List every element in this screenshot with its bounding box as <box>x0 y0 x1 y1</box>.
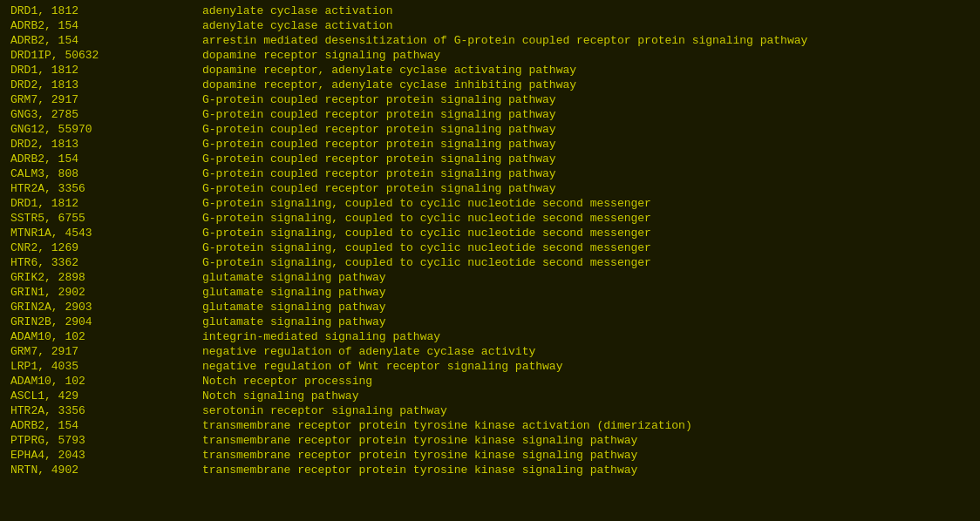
pathway-cell: G-protein signaling, coupled to cyclic n… <box>199 240 973 255</box>
gene-cell: CNR2, 1269 <box>7 240 199 255</box>
gene-cell: PTPRG, 5793 <box>7 433 199 448</box>
pathway-cell: negative regulation of Wnt receptor sign… <box>199 359 973 374</box>
pathway-cell: G-protein signaling, coupled to cyclic n… <box>199 226 973 240</box>
table-row: GRIN2A, 2903glutamate signaling pathway <box>7 300 973 315</box>
pathway-cell: G-protein coupled receptor protein signa… <box>199 107 973 122</box>
gene-cell: GRIN1, 2902 <box>7 285 199 300</box>
table-row: LRP1, 4035negative regulation of Wnt rec… <box>7 359 973 374</box>
table-row: CNR2, 1269G-protein signaling, coupled t… <box>7 240 973 255</box>
pathway-cell: glutamate signaling pathway <box>199 270 973 285</box>
table-row: ADAM10, 102Notch receptor processing <box>7 374 973 389</box>
pathway-cell: G-protein coupled receptor protein signa… <box>199 181 973 196</box>
gene-cell: DRD2, 1813 <box>7 137 199 152</box>
gene-cell: GRIK2, 2898 <box>7 270 199 285</box>
table-row: DRD1, 1812dopamine receptor, adenylate c… <box>7 63 973 78</box>
pathway-cell: G-protein coupled receptor protein signa… <box>199 137 973 152</box>
gene-cell: HTR6, 3362 <box>7 255 199 270</box>
pathway-cell: negative regulation of adenylate cyclase… <box>199 344 973 359</box>
table-row: HTR2A, 3356G-protein coupled receptor pr… <box>7 181 973 196</box>
gene-cell: GNG12, 55970 <box>7 122 199 137</box>
pathway-cell: transmembrane receptor protein tyrosine … <box>199 448 973 463</box>
pathway-cell: G-protein coupled receptor protein signa… <box>199 166 973 181</box>
pathway-cell: dopamine receptor, adenylate cyclase act… <box>199 63 973 78</box>
gene-cell: HTR2A, 3356 <box>7 181 199 196</box>
pathway-cell: integrin-mediated signaling pathway <box>199 329 973 344</box>
table-row: ADRB2, 154transmembrane receptor protein… <box>7 418 973 433</box>
gene-cell: DRD1, 1812 <box>7 3 199 18</box>
pathway-cell: adenylate cyclase activation <box>199 3 973 18</box>
table-row: ADRB2, 154G-protein coupled receptor pro… <box>7 152 973 166</box>
table-row: CALM3, 808G-protein coupled receptor pro… <box>7 166 973 181</box>
table-row: DRD1, 1812G-protein signaling, coupled t… <box>7 196 973 211</box>
gene-cell: MTNR1A, 4543 <box>7 226 199 240</box>
data-table: DRD1, 1812adenylate cyclase activationAD… <box>7 3 973 477</box>
gene-cell: GRIN2A, 2903 <box>7 300 199 315</box>
table-row: GRIN2B, 2904glutamate signaling pathway <box>7 315 973 329</box>
pathway-cell: dopamine receptor signaling pathway <box>199 48 973 63</box>
gene-cell: DRD1, 1812 <box>7 63 199 78</box>
pathway-cell: G-protein coupled receptor protein signa… <box>199 152 973 166</box>
pathway-cell: arrestin mediated desensitization of G-p… <box>199 33 973 48</box>
pathway-cell: G-protein coupled receptor protein signa… <box>199 122 973 137</box>
main-content: DRD1, 1812adenylate cyclase activationAD… <box>0 0 980 481</box>
pathway-cell: glutamate signaling pathway <box>199 300 973 315</box>
table-row: GRM7, 2917negative regulation of adenyla… <box>7 344 973 359</box>
table-row: GNG3, 2785G-protein coupled receptor pro… <box>7 107 973 122</box>
pathway-cell: Notch signaling pathway <box>199 389 973 403</box>
gene-cell: ADRB2, 154 <box>7 418 199 433</box>
table-row: GRM7, 2917G-protein coupled receptor pro… <box>7 92 973 107</box>
table-row: ADRB2, 154arrestin mediated desensitizat… <box>7 33 973 48</box>
table-row: GRIK2, 2898glutamate signaling pathway <box>7 270 973 285</box>
gene-cell: ADRB2, 154 <box>7 33 199 48</box>
gene-cell: GRIN2B, 2904 <box>7 315 199 329</box>
gene-cell: ADAM10, 102 <box>7 374 199 389</box>
pathway-cell: glutamate signaling pathway <box>199 315 973 329</box>
table-row: DRD1IP, 50632dopamine receptor signaling… <box>7 48 973 63</box>
gene-cell: EPHA4, 2043 <box>7 448 199 463</box>
gene-cell: ADAM10, 102 <box>7 329 199 344</box>
pathway-cell: G-protein signaling, coupled to cyclic n… <box>199 196 973 211</box>
pathway-cell: G-protein signaling, coupled to cyclic n… <box>199 255 973 270</box>
table-row: DRD1, 1812adenylate cyclase activation <box>7 3 973 18</box>
pathway-cell: G-protein coupled receptor protein signa… <box>199 92 973 107</box>
gene-cell: ASCL1, 429 <box>7 389 199 403</box>
gene-cell: GRM7, 2917 <box>7 344 199 359</box>
table-row: HTR2A, 3356serotonin receptor signaling … <box>7 403 973 418</box>
table-row: ADAM10, 102integrin-mediated signaling p… <box>7 329 973 344</box>
pathway-cell: transmembrane receptor protein tyrosine … <box>199 463 973 477</box>
gene-cell: HTR2A, 3356 <box>7 403 199 418</box>
table-row: DRD2, 1813dopamine receptor, adenylate c… <box>7 78 973 92</box>
pathway-cell: serotonin receptor signaling pathway <box>199 403 973 418</box>
table-row: ASCL1, 429Notch signaling pathway <box>7 389 973 403</box>
gene-cell: GRM7, 2917 <box>7 92 199 107</box>
gene-cell: CALM3, 808 <box>7 166 199 181</box>
table-row: SSTR5, 6755G-protein signaling, coupled … <box>7 211 973 226</box>
table-row: PTPRG, 5793transmembrane receptor protei… <box>7 433 973 448</box>
pathway-cell: transmembrane receptor protein tyrosine … <box>199 418 973 433</box>
table-row: ADRB2, 154adenylate cyclase activation <box>7 18 973 33</box>
table-row: GNG12, 55970G-protein coupled receptor p… <box>7 122 973 137</box>
pathway-cell: adenylate cyclase activation <box>199 18 973 33</box>
gene-cell: LRP1, 4035 <box>7 359 199 374</box>
table-row: EPHA4, 2043transmembrane receptor protei… <box>7 448 973 463</box>
pathway-cell: glutamate signaling pathway <box>199 285 973 300</box>
gene-cell: SSTR5, 6755 <box>7 211 199 226</box>
table-row: HTR6, 3362G-protein signaling, coupled t… <box>7 255 973 270</box>
gene-cell: ADRB2, 154 <box>7 152 199 166</box>
gene-cell: DRD1IP, 50632 <box>7 48 199 63</box>
pathway-cell: Notch receptor processing <box>199 374 973 389</box>
gene-cell: DRD1, 1812 <box>7 196 199 211</box>
gene-cell: DRD2, 1813 <box>7 78 199 92</box>
pathway-cell: G-protein signaling, coupled to cyclic n… <box>199 211 973 226</box>
gene-cell: NRTN, 4902 <box>7 463 199 477</box>
gene-cell: ADRB2, 154 <box>7 18 199 33</box>
gene-cell: GNG3, 2785 <box>7 107 199 122</box>
pathway-cell: dopamine receptor, adenylate cyclase inh… <box>199 78 973 92</box>
pathway-cell: transmembrane receptor protein tyrosine … <box>199 433 973 448</box>
table-row: NRTN, 4902transmembrane receptor protein… <box>7 463 973 477</box>
table-row: GRIN1, 2902glutamate signaling pathway <box>7 285 973 300</box>
table-row: DRD2, 1813G-protein coupled receptor pro… <box>7 137 973 152</box>
table-row: MTNR1A, 4543G-protein signaling, coupled… <box>7 226 973 240</box>
